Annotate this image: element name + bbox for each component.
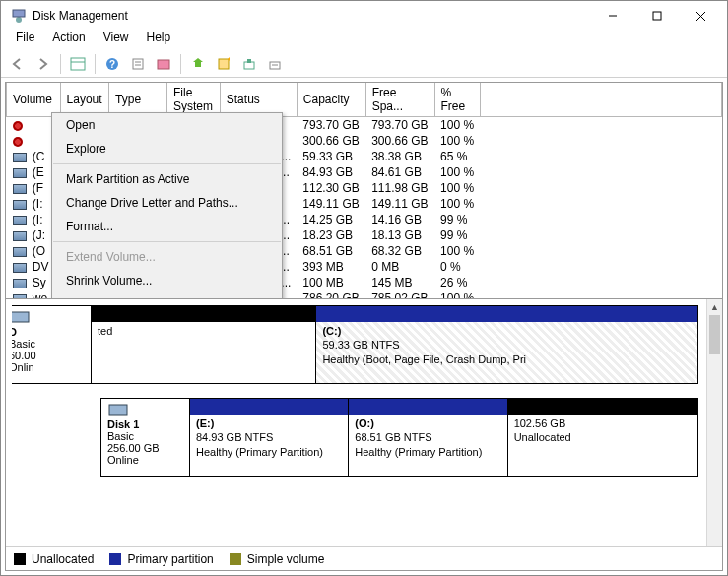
legend-label: Simple volume (247, 552, 325, 566)
partition-header (190, 399, 348, 415)
drive-icon (13, 247, 27, 257)
partition-header (92, 306, 315, 322)
partition[interactable]: (O:)68.51 GB NTFSHealthy (Primary Partit… (349, 399, 507, 476)
svg-rect-1 (13, 10, 25, 17)
context-menu: OpenExploreMark Partition as ActiveChang… (51, 112, 283, 299)
svg-rect-15 (244, 62, 254, 69)
window-title: Disk Management (33, 9, 590, 23)
svg-rect-16 (247, 59, 251, 63)
titlebar: Disk Management (1, 1, 727, 31)
disk-graphical-view[interactable]: DBasic60.00Onlinted(C:)59.33 GB NTFSHeal… (6, 299, 722, 546)
scroll-thumb[interactable] (709, 315, 720, 354)
scroll-up-button[interactable]: ▲ (707, 299, 722, 315)
legend-label: Primary partition (127, 552, 213, 566)
svg-rect-3 (653, 12, 661, 20)
legend-swatch (109, 553, 121, 565)
close-button[interactable] (679, 2, 723, 30)
column-header[interactable]: % Free (434, 83, 480, 117)
column-header[interactable]: Capacity (297, 83, 365, 117)
menu-help[interactable]: Help (138, 31, 180, 50)
drive-icon (13, 200, 27, 210)
forward-button[interactable] (33, 53, 54, 75)
action-button[interactable] (187, 53, 209, 75)
volume-list[interactable]: VolumeLayoutTypeFile SystemStatusCapacit… (6, 83, 722, 299)
drive-icon (13, 231, 27, 241)
partition[interactable]: (E:)84.93 GB NTFSHealthy (Primary Partit… (190, 399, 349, 476)
drive-icon (13, 216, 27, 225)
disk-management-window: Disk Management FileActionViewHelp ? Vol… (0, 0, 728, 576)
menu-view[interactable]: View (95, 31, 138, 50)
drive-icon (13, 279, 27, 288)
svg-rect-20 (109, 405, 127, 415)
svg-rect-13 (158, 60, 169, 69)
menu-file[interactable]: File (7, 31, 43, 50)
view-button[interactable] (67, 53, 89, 75)
svg-point-0 (16, 17, 22, 23)
partition[interactable]: (C:)59.33 GB NTFSHealthy (Boot, Page Fil… (316, 306, 697, 383)
attach-button[interactable] (238, 53, 260, 75)
drive-icon (13, 184, 27, 194)
partition-header (508, 399, 697, 415)
menu-item-change-drive-letter-and-paths[interactable]: Change Drive Letter and Paths... (52, 191, 282, 215)
menu-item-extend-volume: Extend Volume... (52, 245, 282, 269)
legend-swatch (14, 553, 26, 565)
content-area: VolumeLayoutTypeFile SystemStatusCapacit… (5, 82, 723, 571)
partition[interactable]: 102.56 GBUnallocated (508, 399, 697, 476)
menu-item-explore[interactable]: Explore (52, 137, 282, 160)
toolbar: ? (1, 50, 727, 78)
drive-icon (13, 168, 27, 178)
partition-header (349, 399, 506, 415)
refresh-button[interactable] (153, 53, 174, 75)
minimize-button[interactable] (590, 2, 634, 30)
disk-row: Disk 1Basic256.00 GBOnline(E:)84.93 GB N… (100, 398, 698, 477)
menu-item-add-mirror[interactable]: Add Mirror... (52, 292, 282, 299)
svg-rect-10 (133, 59, 143, 69)
error-icon (13, 137, 23, 147)
column-header[interactable] (480, 83, 721, 117)
svg-text:?: ? (109, 59, 115, 70)
prop-button[interactable] (127, 53, 149, 75)
app-icon (11, 8, 27, 24)
detach-button[interactable] (264, 53, 286, 75)
partition-header (316, 306, 697, 322)
scrollbar[interactable]: ▲ (706, 299, 722, 546)
back-button[interactable] (7, 53, 29, 75)
partition[interactable]: ted (92, 306, 316, 383)
menubar: FileActionViewHelp (1, 31, 727, 50)
menu-item-format[interactable]: Format... (52, 215, 282, 238)
menu-item-open[interactable]: Open (52, 113, 282, 137)
drive-icon (13, 263, 27, 273)
legend-swatch (230, 553, 241, 565)
legend-label: Unallocated (32, 552, 94, 566)
disk-label[interactable]: DBasic60.00Onlin (12, 306, 92, 383)
svg-rect-14 (219, 59, 229, 69)
menu-item-shrink-volume[interactable]: Shrink Volume... (52, 269, 282, 292)
menu-item-mark-partition-as-active[interactable]: Mark Partition as Active (52, 167, 282, 191)
maximize-button[interactable] (634, 2, 679, 30)
column-header[interactable]: Free Spa... (365, 83, 434, 117)
menu-action[interactable]: Action (43, 31, 94, 50)
svg-rect-6 (71, 58, 85, 70)
error-icon (13, 121, 23, 131)
svg-rect-19 (12, 312, 29, 322)
new-button[interactable] (213, 53, 234, 75)
drive-icon (13, 153, 27, 162)
disk-label[interactable]: Disk 1Basic256.00 GBOnline (101, 399, 190, 476)
legend: UnallocatedPrimary partitionSimple volum… (6, 546, 722, 570)
disk-row: DBasic60.00Onlinted(C:)59.33 GB NTFSHeal… (12, 305, 698, 384)
help-icon[interactable]: ? (101, 53, 123, 75)
